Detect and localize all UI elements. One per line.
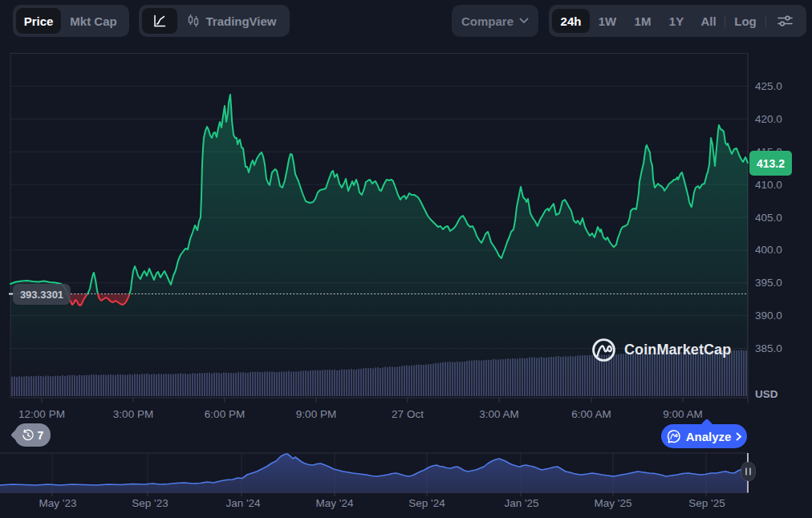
svg-text:425.0: 425.0 xyxy=(755,80,782,92)
svg-text:May '23: May '23 xyxy=(39,497,77,509)
svg-text:USD: USD xyxy=(755,388,778,400)
svg-text:May '24: May '24 xyxy=(316,497,354,509)
svg-text:Sep '23: Sep '23 xyxy=(132,497,168,509)
svg-text:12:00 PM: 12:00 PM xyxy=(18,408,65,420)
svg-text:9:00 PM: 9:00 PM xyxy=(296,408,336,420)
svg-text:400.0: 400.0 xyxy=(755,244,782,256)
svg-text:395.0: 395.0 xyxy=(755,277,782,289)
svg-text:3:00 AM: 3:00 AM xyxy=(479,408,519,420)
svg-text:385.0: 385.0 xyxy=(755,342,782,354)
svg-text:Sep '25: Sep '25 xyxy=(688,497,725,509)
svg-text:420.0: 420.0 xyxy=(755,113,782,125)
svg-text:Jan '25: Jan '25 xyxy=(504,497,538,509)
svg-text:390.0: 390.0 xyxy=(755,310,782,322)
svg-text:May '25: May '25 xyxy=(595,497,632,509)
svg-text:Sep '24: Sep '24 xyxy=(408,497,445,509)
svg-text:405.0: 405.0 xyxy=(755,212,782,224)
svg-text:6:00 AM: 6:00 AM xyxy=(571,408,611,420)
svg-text:410.0: 410.0 xyxy=(755,179,782,191)
svg-text:9:00 AM: 9:00 AM xyxy=(663,408,703,420)
svg-text:27 Oct: 27 Oct xyxy=(392,408,424,420)
svg-text:3:00 PM: 3:00 PM xyxy=(113,408,153,420)
svg-text:Jan '24: Jan '24 xyxy=(225,497,261,509)
svg-text:6:00 PM: 6:00 PM xyxy=(205,408,245,420)
